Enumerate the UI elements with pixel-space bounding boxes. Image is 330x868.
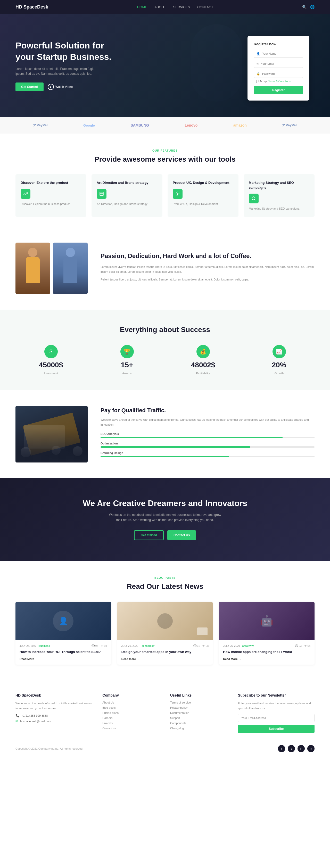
footer-grid: HD SpaceDesk We focus on the needs of sm… [16,693,314,733]
lock-icon: 🔒 [257,72,260,75]
footer-useful-link-6: Changelog [170,727,228,730]
stat-investment: $ 45000$ Investment [16,345,86,375]
footer-company-title: Company [102,693,160,698]
footer-useful-col: Useful Links Terms of service Privacy po… [170,693,228,733]
brand-amazon: amazon [233,123,247,127]
progress-bar-seo [100,437,314,438]
dreamers-contact-button[interactable]: Contact Us [167,530,196,540]
social-twitter[interactable]: t [288,745,295,752]
terms-label: I Accept Terms & Conditions [258,80,291,83]
stat-icon-profitability: 💰 [197,345,210,358]
blog-grid: 👤 JULY 28, 2020 Business 💬 93 👁 98 How t… [16,602,314,665]
nav-links: HOME ABOUT SERVICES CONTACT [137,5,213,9]
traffic-title: Pay for Qualified Traffic. [100,407,314,414]
blog-post-title-2: Design your smartest apps in your own wa… [121,649,209,655]
progress-branding: Branding Design [100,452,314,457]
feature-desc-2: Art Direction, Design and Brand strategy [97,202,157,206]
stat-number-investment: 45000$ [39,361,63,369]
footer-email: ✉ hdspacedesk@mail.com [16,719,92,723]
email-input[interactable] [261,62,300,65]
nav-link-services[interactable]: SERVICES [173,5,190,9]
passion-title: Passion, Dedication, Hard Work and a lot… [100,252,314,260]
stat-awards: 🏆 15+ Awards [92,345,162,375]
blog-title: Read Our Latest News [16,582,314,591]
blog-image-3: 🤖 [219,602,314,640]
brands-section: 𝓟 PayPal Google SAMSUNG Lenovo amazon 𝓟 … [0,117,330,133]
password-input[interactable] [262,72,300,75]
mail-icon: ✉ [16,719,18,723]
name-input[interactable] [262,52,300,55]
dreamers-buttons: Get started Contact Us [16,530,314,540]
blog-stats-2: 💬 31 👁 08 [193,645,209,647]
social-facebook[interactable]: f [278,745,285,752]
search-icon[interactable]: 🔍 [302,5,306,9]
passion-images [16,243,88,294]
nav-icons: 🔍 🌐 [302,5,314,9]
social-instagram[interactable]: in [298,745,305,752]
user-icon: 👤 [257,52,260,55]
feature-card-1: Discover, Explore the product Discover, … [16,174,86,217]
brand-lenovo: Lenovo [185,123,198,127]
feature-title-2: Art Direction and Brand strategy [97,181,157,185]
svg-point-2 [252,197,255,200]
traffic-image [16,406,88,463]
blog-views-2: 👁 08 [202,645,209,647]
stats-title: Everything about Success [16,325,314,334]
feature-card-2: Art Direction and Brand strategy Art Dir… [92,174,162,217]
blog-date-3: JULY 26, 2020 [223,645,240,647]
footer-company-col: Company About Us Blog posts Pricing plan… [102,693,160,733]
subscribe-button[interactable]: Subscribe [238,725,314,733]
stat-label-investment: Investment [44,372,58,375]
dreamers-section: We Are Creative Dreamers and Innovators … [0,478,330,561]
stats-grid: $ 45000$ Investment 🏆 15+ Awards 💰 48002… [16,345,314,375]
newsletter-email-input[interactable] [238,714,314,722]
footer-brand-col: HD SpaceDesk We focus on the needs of sm… [16,693,92,733]
stat-label-profitability: Profitability [196,372,210,375]
register-button[interactable]: Register [254,86,303,94]
terms-link[interactable]: Terms & Conditions [268,80,291,83]
stat-label-growth: Growth [275,372,283,375]
footer-company-link-4: Careers [102,716,160,719]
passion-text: Passion, Dedication, Hard Work and a lot… [100,252,314,285]
globe-icon[interactable]: 🌐 [310,5,314,9]
read-more-1[interactable]: Read More → [20,657,107,660]
dreamers-get-started-button[interactable]: Get started [134,530,164,540]
blog-category-2: Technology [140,645,154,647]
footer-useful-link-1: Terms of service [170,701,228,704]
footer-company-link-2: Blog posts [102,706,160,709]
progress-seo: SEO Analysis [100,432,314,438]
terms-row: I Accept Terms & Conditions [254,80,303,83]
blog-label: BLOG POSTS [16,576,314,579]
read-more-2[interactable]: Read More → [121,657,209,660]
watch-video-button[interactable]: Watch Video [48,84,73,90]
dreamers-description: We focus on the needs of small to middle… [108,512,222,523]
social-linkedin[interactable]: in [307,745,314,752]
footer-useful-link-3: Documentation [170,711,228,714]
footer-useful-link-2: Privacy policy [170,706,228,709]
get-started-button[interactable]: Get Started [16,83,43,91]
blog-category-3: Creativity [242,645,254,647]
blog-views-1: 👁 98 [101,645,107,647]
nav-link-about[interactable]: ABOUT [154,5,166,9]
nav-link-home[interactable]: HOME [137,5,147,9]
progress-bar-optimization [100,446,314,448]
blog-card-2: JULY 26, 2020 Technology 💬 31 👁 08 Desig… [117,602,213,665]
footer-bottom: Copyright © 2021 Company name. All right… [16,741,314,752]
svg-point-1 [177,193,178,194]
nav-link-contact[interactable]: CONTACT [197,5,213,9]
progress-bars: SEO Analysis Optimization Branding Desig… [100,432,314,457]
progress-fill-branding [100,456,229,457]
social-links: f t in in [278,745,314,752]
stat-number-awards: 15+ [121,361,133,369]
footer-company-links: About Us Blog posts Pricing plans Career… [102,701,160,730]
terms-checkbox[interactable] [254,80,257,83]
register-title: Register now [254,42,303,46]
footer-company-link-3: Pricing plans [102,711,160,714]
blog-meta-2: JULY 26, 2020 Technology 💬 31 👁 08 [121,645,209,647]
footer: HD SpaceDesk We focus on the needs of sm… [0,680,330,757]
email-field-wrapper: ✉ [254,60,303,68]
progress-label-optimization: Optimization [100,442,314,445]
footer-useful-links: Terms of service Privacy policy Document… [170,701,228,730]
blog-post-title-3: How mobile apps are changing the IT worl… [223,649,310,655]
read-more-3[interactable]: Read More → [223,657,310,660]
